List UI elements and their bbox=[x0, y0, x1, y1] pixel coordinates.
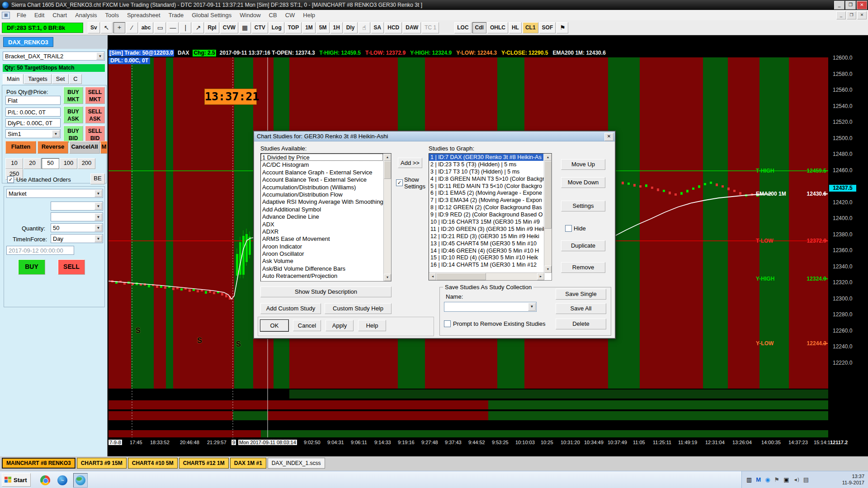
tray-icon[interactable]: ⚑ bbox=[774, 476, 779, 483]
time-axis-label: 9 bbox=[231, 440, 236, 445]
study-list-item[interactable]: Accumulation/Distribution Flow bbox=[261, 191, 383, 198]
graph-study-item[interactable]: 8 | ID:12 GREEN (2) (Color Background Ba… bbox=[429, 204, 543, 211]
price-tick-label: 12500.0 bbox=[833, 135, 852, 141]
candlestick bbox=[221, 293, 223, 296]
study-list-item[interactable]: Ask Volume bbox=[261, 257, 383, 264]
graph-study-item[interactable]: 11 | ID:20 GREEN (3) (GER30 15 Min #9 He… bbox=[429, 225, 543, 233]
dropdown-arrow-icon[interactable]: ▼ bbox=[528, 303, 536, 311]
graph-study-item[interactable]: 14 | ID:46 GREEN (4) (GER30 5 Min #10 H bbox=[429, 247, 543, 254]
dialog-close-button[interactable]: ✕ bbox=[604, 133, 613, 141]
scroll-right-icon[interactable]: ► bbox=[537, 273, 544, 280]
globe-icon bbox=[75, 475, 85, 485]
study-list-item[interactable]: ADXR bbox=[261, 228, 383, 235]
add-custom-study-button[interactable]: Add Custom Study bbox=[260, 303, 321, 314]
graph-study-item[interactable]: 4 | ID:8 GREEN MAIN T3 5>10 (Color Backg… bbox=[429, 175, 543, 183]
help-button[interactable]: Help bbox=[358, 320, 386, 331]
tray-icon[interactable]: ◄) bbox=[793, 476, 799, 483]
price-overlay-name: Y-LOW bbox=[756, 340, 774, 347]
tray-icon[interactable]: ▤ bbox=[803, 476, 809, 483]
scroll-thumb[interactable] bbox=[384, 161, 391, 179]
study-list-item[interactable]: Aroon Oscillator bbox=[261, 250, 383, 257]
graph-study-item[interactable]: 9 | ID:9 RED (2) (Color Background Based… bbox=[429, 211, 543, 218]
graph-list-hscrollbar[interactable]: ◄ ► bbox=[429, 272, 544, 280]
chart-window-tab[interactable]: DAX 1M #1 bbox=[230, 458, 266, 469]
tray-icon[interactable]: M bbox=[756, 476, 761, 483]
move-up-button[interactable]: Move Up bbox=[561, 159, 605, 170]
studies-available-list[interactable]: 1 Divided by PriceAC/DC HistogramAccount… bbox=[260, 153, 392, 282]
study-list-item[interactable]: Advance Decline Line bbox=[261, 213, 383, 220]
graph-study-item[interactable]: 13 | ID:45 CHART4 5M (GER30 5 Min #10 bbox=[429, 240, 543, 247]
chart-window-tab[interactable]: DAX_INDEX_1.scss bbox=[268, 458, 325, 469]
chart-window-tab[interactable]: CHART5 #12 1M bbox=[179, 458, 229, 469]
settings-button[interactable]: Settings bbox=[561, 201, 605, 211]
start-button[interactable]: Start bbox=[2, 473, 31, 487]
chart-window-tab[interactable]: MAINCHART #8 RENKO3 bbox=[2, 458, 75, 469]
study-list-item[interactable]: Add Additional Symbol bbox=[261, 206, 383, 213]
hide-checkbox[interactable] bbox=[565, 225, 572, 232]
time-axis[interactable]: 7-9-817:4518:33:5220:46:4821:29:579Mon 2… bbox=[108, 437, 868, 450]
study-list-item[interactable]: ADX bbox=[261, 221, 383, 228]
study-list-item[interactable]: 1 Divided by Price bbox=[261, 154, 383, 161]
save-single-button[interactable]: Save Single bbox=[556, 289, 606, 300]
scroll-up-icon[interactable]: ▲ bbox=[544, 154, 552, 161]
graph-study-item[interactable]: 15 | ID:10 RED (4) (GER30 5 Min #10 Heik bbox=[429, 254, 543, 261]
mail-launcher[interactable]: ~ bbox=[55, 473, 70, 488]
studies-to-graph-list[interactable]: 1 | ID:7 DAX (GER30 Renko 3t #8 Heikin-A… bbox=[429, 153, 552, 281]
delete-button[interactable]: Delete bbox=[556, 319, 606, 329]
tray-icon[interactable]: ▥ bbox=[746, 476, 752, 483]
study-list-item[interactable]: Accumulation/Distribution (Williams) bbox=[261, 183, 383, 191]
collection-name-select[interactable]: ▼ bbox=[444, 302, 537, 312]
chart-tab-bar: MAINCHART #8 RENKO3CHART3 #9 15MCHART4 #… bbox=[0, 456, 868, 471]
chrome-launcher[interactable] bbox=[38, 473, 52, 488]
candlestick bbox=[639, 185, 642, 188]
scroll-thumb[interactable] bbox=[436, 273, 486, 280]
study-list-item[interactable]: Account Balance Graph - External Service bbox=[261, 169, 383, 176]
add-study-button[interactable]: Add >> bbox=[398, 158, 422, 168]
available-list-scrollbar[interactable]: ▲ ▼ bbox=[383, 154, 391, 281]
tray-icon[interactable]: ▣ bbox=[783, 476, 789, 483]
study-list-item[interactable]: Aroon Indicator bbox=[261, 243, 383, 250]
move-down-button[interactable]: Move Down bbox=[561, 177, 605, 188]
scroll-thumb[interactable] bbox=[544, 161, 552, 229]
apply-button[interactable]: Apply bbox=[326, 320, 354, 331]
scroll-up-icon[interactable]: ▲ bbox=[384, 154, 391, 161]
browser-launcher[interactable] bbox=[73, 473, 88, 488]
dialog-title-bar[interactable]: Chart Studies for: GER30 Renko 3t #8 Hei… bbox=[254, 131, 615, 141]
custom-study-help-button[interactable]: Custom Study Help bbox=[325, 303, 392, 314]
candlestick bbox=[669, 192, 671, 194]
graph-study-item[interactable]: 10 | ID:16 CHART3 15M (GER30 15 Min #9 bbox=[429, 218, 543, 225]
graph-list-scrollbar[interactable]: ▲ ▼ bbox=[544, 154, 552, 273]
candlestick bbox=[733, 190, 736, 192]
show-study-description-button[interactable]: Show Study Description bbox=[260, 286, 392, 297]
graph-study-item[interactable]: 5 | ID:11 RED MAIN T3 5<10 (Color Backgr… bbox=[429, 183, 543, 190]
graph-study-item[interactable]: 1 | ID:7 DAX (GER30 Renko 3t #8 Heikin-A… bbox=[429, 154, 543, 161]
study-list-item[interactable]: Ask/Bid Volume Difference Bars bbox=[261, 265, 383, 272]
prompt-remove-checkbox[interactable] bbox=[444, 320, 451, 327]
study-list-item[interactable]: Adaptive RSI Moving Average With Smoothi… bbox=[261, 198, 383, 205]
ok-button[interactable]: OK bbox=[260, 320, 288, 331]
chart-window-tab[interactable]: CHART3 #9 15M bbox=[77, 458, 127, 469]
scroll-down-icon[interactable]: ▼ bbox=[384, 274, 391, 281]
duplicate-button[interactable]: Duplicate bbox=[561, 240, 605, 251]
time-axis-label: 9:04:31 bbox=[327, 440, 344, 445]
chart-window-tab[interactable]: CHART4 #10 5M bbox=[128, 458, 178, 469]
study-list-item[interactable]: AC/DC Histogram bbox=[261, 161, 383, 168]
save-all-button[interactable]: Save All bbox=[556, 303, 606, 314]
study-list-item[interactable]: Auto Retracement/Projection bbox=[261, 272, 383, 279]
remove-button[interactable]: Remove bbox=[561, 262, 605, 273]
price-scale[interactable]: 12600.012580.012560.012540.012520.012500… bbox=[828, 35, 868, 456]
scroll-down-icon[interactable]: ▼ bbox=[544, 266, 552, 273]
tray-icon[interactable]: ◉ bbox=[765, 476, 770, 483]
graph-study-item[interactable]: 6 | ID:1 EMA5 (2) (Moving Average - Expo… bbox=[429, 189, 543, 197]
cancel-button[interactable]: Cancel bbox=[293, 320, 321, 331]
graph-study-item[interactable]: 12 | ID:21 RED (3) (GER30 15 Min #9 Heik… bbox=[429, 233, 543, 240]
show-settings-checkbox[interactable]: ✓ bbox=[396, 179, 403, 186]
graph-study-item[interactable]: 16 | ID:14 CHART5 1M (GER30 1 Min #12 bbox=[429, 261, 543, 268]
time-axis-label: 9:53:25 bbox=[492, 440, 509, 445]
graph-study-item[interactable]: 7 | ID:3 EMA34 (2) (Moving Average - Exp… bbox=[429, 197, 543, 204]
scroll-left-icon[interactable]: ◄ bbox=[429, 273, 436, 280]
graph-study-item[interactable]: 3 | ID:17 T3 10 (T3) (Hidden) | 5 ms bbox=[429, 168, 543, 175]
graph-study-item[interactable]: 2 | ID:23 T3 5 (T3) (Hidden) | 5 ms bbox=[429, 161, 543, 168]
study-list-item[interactable]: ARMS Ease of Movement bbox=[261, 235, 383, 242]
study-list-item[interactable]: Account Balance Text - External Service bbox=[261, 176, 383, 183]
